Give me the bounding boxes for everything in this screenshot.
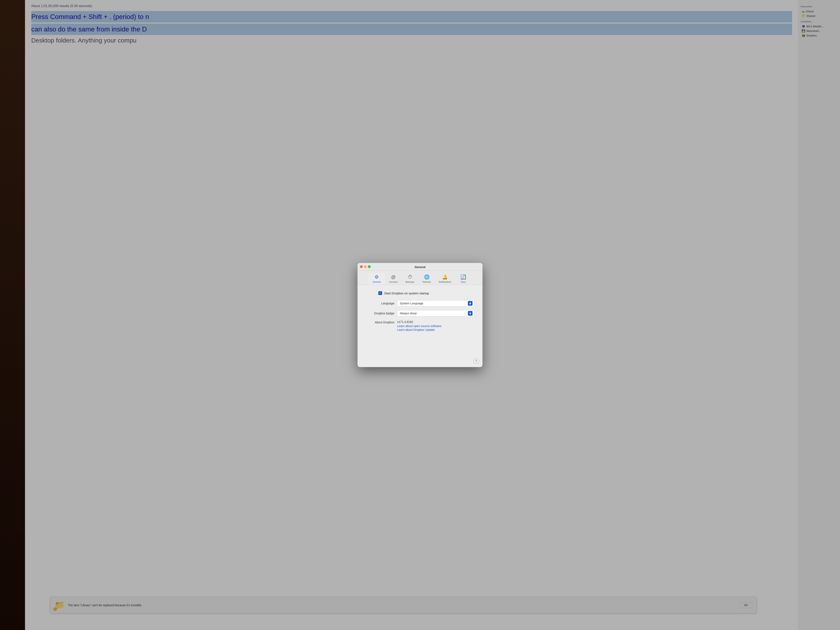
notifications-tab-icon: 🔔 [442, 275, 448, 280]
tab-account-label: Account [389, 281, 398, 283]
traffic-lights [360, 265, 371, 268]
title-bar: General [357, 263, 483, 271]
modal-window: General ⚙ General @ Account ⏱ Backups 🌐 … [357, 263, 483, 367]
tab-network[interactable]: 🌐 Network [418, 273, 435, 285]
link-dropbox-update[interactable]: Learn about Dropbox Update [397, 328, 474, 332]
tab-account[interactable]: @ Account [385, 273, 402, 285]
dropbox-badge-row: Dropbox badge: Always show [366, 310, 474, 316]
language-row: Language: System Language [366, 300, 474, 306]
backups-tab-icon: ⏱ [408, 275, 412, 280]
language-select-wrapper: System Language [397, 300, 474, 306]
general-tab-icon: ⚙ [374, 275, 379, 280]
help-button[interactable]: ? [473, 358, 479, 364]
modal-title: General [415, 265, 425, 269]
tab-general-label: General [373, 281, 381, 283]
tab-notifications-label: Notifications [439, 281, 451, 283]
tab-backups[interactable]: ⏱ Backups [402, 273, 418, 285]
tab-backups-label: Backups [406, 281, 414, 283]
tab-notifications[interactable]: 🔔 Notifications [435, 273, 455, 285]
modal-overlay: General ⚙ General @ Account ⏱ Backups 🌐 … [0, 0, 840, 630]
modal-content: Start Dropbox on system startup Language… [357, 285, 483, 338]
close-button[interactable] [360, 265, 363, 268]
account-tab-icon: @ [391, 275, 396, 280]
tab-bar: ⚙ General @ Account ⏱ Backups 🌐 Network … [357, 271, 483, 285]
dropbox-badge-label: Dropbox badge: [366, 312, 395, 315]
startup-row: Start Dropbox on system startup [366, 291, 474, 295]
network-tab-icon: 🌐 [424, 275, 429, 280]
language-label: Language: [366, 302, 395, 305]
link-open-source[interactable]: Learn about open source software [397, 324, 474, 328]
tab-sync[interactable]: 🔄 Sync [455, 273, 472, 285]
tab-network-label: Network [423, 281, 431, 283]
startup-label: Start Dropbox on system startup [384, 292, 429, 295]
about-row: About Dropbox: v171.4.6182 Learn about o… [366, 320, 474, 332]
version-text: v171.4.6182 [397, 320, 474, 324]
maximize-button[interactable] [368, 265, 371, 268]
about-content: v171.4.6182 Learn about open source soft… [397, 320, 474, 332]
language-select[interactable]: System Language [397, 300, 474, 306]
sync-tab-icon: 🔄 [460, 275, 466, 280]
dropbox-badge-select[interactable]: Always show [397, 310, 474, 316]
tab-sync-label: Sync [461, 281, 466, 283]
tab-general[interactable]: ⚙ General [368, 273, 385, 285]
minimize-button[interactable] [364, 265, 367, 268]
dropbox-badge-select-wrapper: Always show [397, 310, 474, 316]
startup-checkbox[interactable] [378, 291, 382, 295]
about-label: About Dropbox: [366, 320, 395, 324]
